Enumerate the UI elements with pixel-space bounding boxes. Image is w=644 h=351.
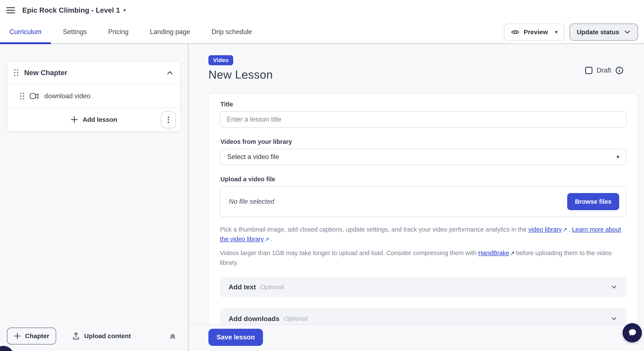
- add-text-accordion[interactable]: Add text Optional: [220, 277, 626, 297]
- preview-label: Preview: [524, 28, 548, 36]
- handbrake-link[interactable]: HandBrake: [478, 250, 509, 256]
- chapter-title: New Chapter: [24, 69, 68, 77]
- drag-handle-icon[interactable]: [20, 93, 24, 100]
- preview-button[interactable]: Preview ▾: [504, 24, 564, 41]
- tab-curriculum[interactable]: Curriculum: [0, 20, 51, 43]
- tab-list: Curriculum Settings Pricing Landing page…: [0, 20, 262, 43]
- optional-label: Optional: [260, 283, 284, 291]
- lesson-editor: Video New Lesson Draft Title Videos from…: [189, 44, 644, 351]
- info-icon[interactable]: [615, 66, 624, 74]
- caret-down-icon: ▾: [124, 8, 126, 13]
- external-link-icon: ↗: [562, 225, 567, 234]
- add-chapter-label: Chapter: [25, 332, 49, 340]
- video-library-link[interactable]: video library: [528, 226, 562, 233]
- eye-icon: [511, 28, 520, 36]
- lesson-title-input[interactable]: [220, 111, 626, 128]
- add-lesson-button[interactable]: Add lesson: [70, 116, 117, 123]
- add-text-label: Add text: [228, 283, 256, 291]
- update-status-button[interactable]: Update status: [570, 24, 638, 41]
- lesson-row[interactable]: download video: [7, 84, 180, 108]
- select-caret-icon: ▾: [616, 154, 619, 160]
- tab-pricing[interactable]: Pricing: [99, 20, 138, 43]
- add-downloads-label: Add downloads: [228, 315, 280, 323]
- update-status-label: Update status: [577, 28, 619, 36]
- chapter-card: New Chapter download video: [7, 61, 181, 132]
- optional-label: Optional: [284, 315, 308, 322]
- draft-label: Draft: [597, 66, 611, 74]
- chevron-up-icon[interactable]: [166, 69, 174, 76]
- workspace: New Chapter download video: [0, 44, 644, 351]
- video-camera-icon: [30, 93, 39, 100]
- chat-bubble-icon: [627, 328, 637, 338]
- no-file-text: No file selected: [229, 198, 274, 206]
- upload-content-label: Upload content: [84, 332, 131, 340]
- chapter-options-button[interactable]: [161, 111, 176, 128]
- draft-checkbox[interactable]: [585, 67, 592, 74]
- lesson-form-card: Title Videos from your library Select a …: [208, 93, 638, 330]
- browse-files-button[interactable]: Browse files: [567, 193, 619, 210]
- caret-down-icon: ▾: [555, 30, 558, 34]
- course-title-dropdown[interactable]: Epic Rock Climbing - Level 1 ▾: [22, 6, 126, 14]
- curriculum-sidebar: New Chapter download video: [0, 44, 189, 351]
- collapse-all-icon[interactable]: [168, 332, 177, 340]
- hint-text: Pick a thumbnail image, add closed capti…: [220, 226, 528, 233]
- upload-icon: [72, 332, 80, 340]
- upload-field-label: Upload a video file: [220, 176, 626, 183]
- upload-content-button[interactable]: Upload content: [72, 332, 131, 340]
- tab-landing-page[interactable]: Landing page: [140, 20, 200, 43]
- select-value: Select a video file: [227, 153, 279, 161]
- hint-text: .: [271, 236, 272, 242]
- compression-hint: Videos larger than 1GB may take longer t…: [220, 248, 626, 267]
- chapter-row[interactable]: New Chapter: [7, 61, 180, 84]
- add-chapter-button[interactable]: Chapter: [7, 328, 56, 344]
- add-lesson-label: Add lesson: [82, 116, 117, 123]
- course-title: Epic Rock Climbing - Level 1: [22, 6, 120, 14]
- plus-icon: [70, 116, 78, 123]
- external-link-icon: ↗: [265, 234, 269, 244]
- form-footer: Save lesson: [189, 324, 644, 351]
- header-actions: Preview ▾ Update status: [504, 24, 638, 41]
- lesson-header: Video New Lesson: [189, 44, 644, 81]
- hint-text: .: [568, 226, 572, 233]
- library-field-label: Videos from your library: [220, 138, 626, 145]
- sidebar-footer: Chapter Upload content: [7, 328, 182, 344]
- plus-icon: [14, 332, 21, 340]
- draft-control: Draft: [585, 66, 624, 74]
- chevron-down-icon: [610, 315, 618, 322]
- save-lesson-button[interactable]: Save lesson: [208, 329, 263, 346]
- tab-bar: Curriculum Settings Pricing Landing page…: [0, 20, 644, 44]
- external-link-icon: ↗: [510, 248, 515, 258]
- chevron-down-icon: [610, 283, 618, 291]
- lesson-title-heading: New Lesson: [208, 68, 644, 81]
- video-library-select[interactable]: Select a video file ▾: [220, 149, 626, 165]
- hamburger-menu-icon[interactable]: [6, 7, 15, 13]
- top-bar: Epic Rock Climbing - Level 1 ▾: [0, 0, 644, 20]
- tab-drip-schedule[interactable]: Drip schedule: [202, 20, 262, 43]
- file-dropzone[interactable]: No file selected Browse files: [220, 186, 626, 217]
- lesson-type-badge: Video: [208, 55, 233, 65]
- video-library-hint: Pick a thumbnail image, add closed capti…: [220, 225, 626, 244]
- lesson-title: download video: [44, 92, 90, 100]
- hint-text: Videos larger than 1GB may take longer t…: [220, 250, 478, 256]
- title-field-label: Title: [220, 101, 626, 108]
- tab-settings[interactable]: Settings: [54, 20, 96, 43]
- chat-launcher-button[interactable]: [622, 323, 642, 342]
- add-lesson-row: Add lesson: [7, 108, 180, 132]
- drag-handle-icon[interactable]: [14, 69, 18, 76]
- chevron-down-icon: [624, 29, 631, 36]
- corner-notification-bubble[interactable]: [0, 346, 14, 351]
